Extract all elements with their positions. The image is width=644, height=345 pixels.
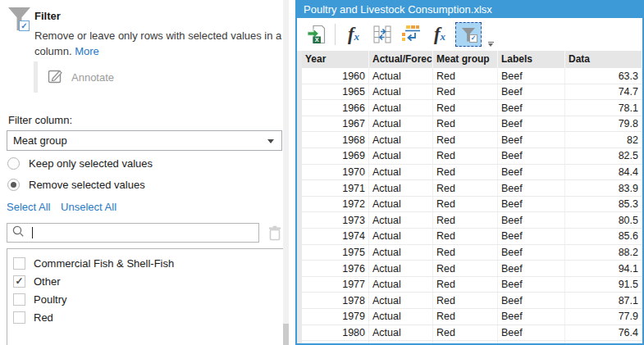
table-cell: Red	[433, 261, 498, 276]
export-to-excel-button[interactable]: X	[304, 22, 330, 47]
table-cell: 1970	[302, 165, 369, 180]
table-row[interactable]: 1971ActualRedBeef83.9	[302, 180, 642, 197]
table-cell: 1978	[302, 293, 369, 308]
table-cell: Actual	[369, 197, 433, 212]
table-cell: Beef	[498, 68, 565, 84]
table-cell: Red	[433, 229, 498, 244]
table-cell: 63.3	[565, 68, 642, 84]
radio-keep-option[interactable]: Keep only selected values	[7, 157, 153, 170]
filter-button-active[interactable]: ✓	[455, 22, 482, 47]
table-cell: Actual	[369, 293, 433, 308]
table-cell: 83.9	[565, 180, 642, 196]
table-cell: Beef	[498, 245, 565, 261]
table-row[interactable]: 1966ActualRedBeef78.1	[302, 100, 642, 116]
append-rows-button[interactable]	[398, 22, 424, 47]
table-cell: Beef	[498, 100, 565, 116]
toolbar-overflow-button[interactable]	[486, 42, 496, 47]
table-cell: Actual	[369, 309, 433, 325]
custom-formula-button[interactable]: fx	[427, 22, 453, 47]
filter-value-row[interactable]: ✓Other	[7, 272, 283, 290]
table-cell: Beef	[498, 261, 565, 276]
table-row[interactable]: 1975ActualRedBeef88.2	[302, 245, 642, 261]
table-cell: 1965	[302, 84, 369, 100]
column-header[interactable]: Actual/Forec...	[369, 51, 433, 68]
table-row[interactable]: 1973ActualRedBeef80.5	[302, 212, 642, 229]
table-cell: Red	[433, 132, 498, 148]
table-cell: 77.9	[565, 309, 642, 325]
checkbox-unchecked-icon[interactable]	[13, 257, 25, 270]
checkbox-unchecked-icon[interactable]	[13, 293, 25, 306]
table-cell: Red	[433, 148, 498, 164]
table-cell: Red	[433, 309, 498, 325]
table-cell: 1960	[302, 68, 369, 84]
more-link[interactable]: More	[75, 45, 99, 57]
table-cell: 1976	[302, 261, 369, 276]
table-cell: Beef	[498, 132, 565, 148]
unselect-all-link[interactable]: Unselect All	[61, 201, 116, 213]
trash-icon[interactable]	[267, 225, 283, 245]
table-cell	[302, 341, 369, 343]
table-cell: Beef	[498, 277, 565, 293]
table-row[interactable]: 1965ActualRedBeef74.7	[302, 84, 642, 101]
table-cell: Actual	[369, 84, 433, 100]
formula-fx-button[interactable]: fx	[340, 22, 367, 47]
table-cell: 1977	[302, 277, 369, 293]
filter-value-row[interactable]: Poultry	[7, 290, 283, 308]
table-cell: Beef	[498, 293, 565, 308]
checkbox-unchecked-icon[interactable]	[13, 311, 25, 324]
table-row[interactable]: 1978ActualRedBeef87.1	[302, 293, 642, 309]
table-row[interactable]: 1968ActualRedBeef82	[302, 132, 642, 148]
left-panel-scrollbar[interactable]	[283, 0, 289, 345]
table-cell: Red	[433, 180, 498, 196]
table-cell: Red	[433, 84, 498, 100]
table-row[interactable]: 1960ActualRedBeef63.3	[302, 68, 642, 84]
filter-value-row[interactable]: Red	[7, 308, 283, 326]
window-title[interactable]: Poultry and Livestock Consumption.xlsx	[297, 2, 642, 18]
reorder-columns-button[interactable]	[369, 22, 395, 47]
column-header[interactable]: Meat group	[433, 51, 498, 68]
table-cell: 1974	[302, 229, 369, 244]
radio-remove-option[interactable]: Remove selected values	[7, 179, 145, 191]
table-row[interactable]: 1967ActualRedBeef79.8	[302, 116, 642, 133]
table-cell: 1969	[302, 148, 369, 164]
table-cell: Actual	[369, 68, 433, 84]
panel-description: Remove or leave only rows with selected …	[34, 28, 290, 59]
table-row[interactable]: 1969ActualRedBeef82.5	[302, 148, 642, 165]
filter-value-row[interactable]: Commercial Fish & Shell-Fish	[7, 254, 283, 272]
table-row[interactable]: 1972ActualRedBeef85.3	[302, 197, 642, 213]
table-cell: Red	[433, 165, 498, 180]
annotate-button[interactable]: Annotate	[48, 68, 114, 87]
scrollbar-thumb[interactable]	[283, 324, 289, 345]
column-header[interactable]: Data	[565, 51, 642, 68]
column-header[interactable]: Year	[302, 51, 369, 68]
table-cell: Red	[433, 325, 498, 341]
search-input[interactable]	[7, 223, 259, 243]
table-row[interactable]: 1980ActualRedBeef76.4	[302, 325, 642, 342]
select-all-link[interactable]: Select All	[7, 201, 50, 213]
column-header[interactable]: Labels	[498, 51, 565, 68]
radio-keep-circle	[7, 157, 20, 170]
table-cell: Actual	[369, 180, 433, 196]
table-cell: Beef	[498, 229, 565, 244]
table-cell: Actual	[369, 132, 433, 148]
filter-checkbox-icon[interactable]: ✓	[19, 20, 30, 31]
table-cell	[565, 341, 642, 343]
table-cell: 1979	[302, 309, 369, 325]
annotate-label: Annotate	[71, 71, 114, 84]
table-cell: 88.2	[565, 245, 642, 261]
table-cell: 1968	[302, 132, 369, 148]
table-cell: Actual	[369, 100, 433, 116]
table-row[interactable]: 1974ActualRedBeef85.6	[302, 229, 642, 245]
filter-column-label: Filter column:	[8, 114, 72, 126]
table-row[interactable]: 1979ActualRedBeef77.9	[302, 309, 642, 325]
table-cell: Red	[433, 293, 498, 308]
table-cell: 87.1	[565, 293, 642, 308]
table-cell: Red	[433, 245, 498, 261]
filter-step-panel: ✓ Filter Remove or leave only rows with …	[0, 0, 292, 345]
checkbox-checked-icon[interactable]: ✓	[13, 275, 25, 288]
table-row[interactable]: 1970ActualRedBeef84.4	[302, 165, 642, 181]
filter-column-dropdown[interactable]: Meat group	[7, 130, 282, 151]
table-row[interactable]: 1977ActualRedBeef91.5	[302, 277, 642, 293]
table-row[interactable]: 1976ActualRedBeef94.1	[302, 261, 642, 277]
table-cell: 76.4	[565, 325, 642, 341]
